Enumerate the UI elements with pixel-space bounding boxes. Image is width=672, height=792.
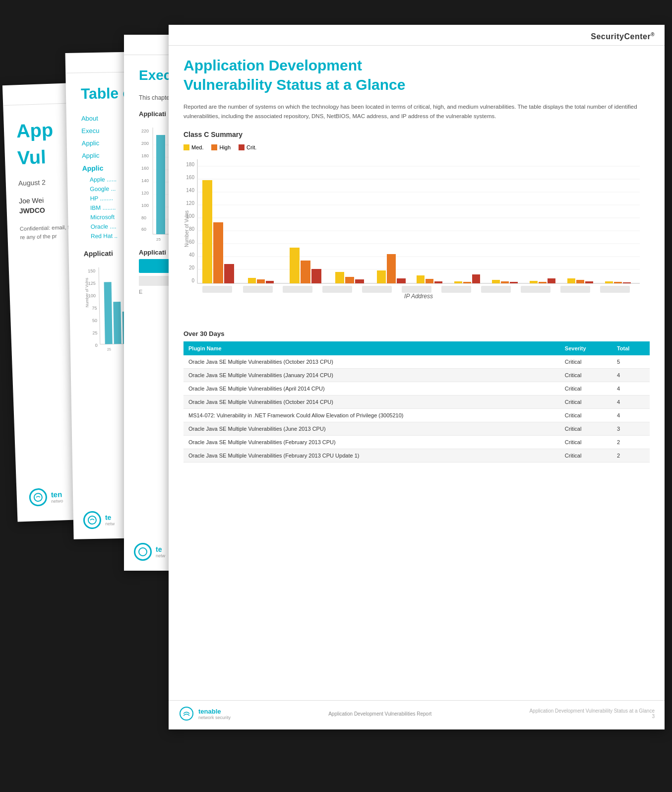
svg-rect-76 [311, 269, 321, 283]
svg-text:125: 125 [88, 281, 96, 286]
svg-rect-110 [560, 286, 590, 293]
plugin-name-8: Oracle Java SE Multiple Vulnerabilities … [183, 449, 560, 462]
svg-rect-75 [301, 261, 310, 283]
svg-rect-103 [283, 286, 312, 293]
plugin-name-2: Oracle Java SE Multiple Vulnerabilities … [183, 369, 560, 382]
svg-rect-97 [585, 281, 593, 283]
severity-2: Critical [560, 369, 612, 382]
svg-rect-101 [202, 286, 232, 293]
svg-text:220: 220 [141, 129, 149, 133]
tenable-label-p1: ten netwo [51, 490, 63, 504]
svg-text:160: 160 [186, 175, 194, 180]
svg-rect-84 [426, 279, 433, 283]
svg-text:150: 150 [88, 268, 95, 273]
svg-text:200: 200 [141, 141, 149, 146]
col-severity: Severity [560, 341, 612, 355]
svg-rect-94 [548, 278, 555, 283]
legend-box-high [211, 144, 217, 150]
table-row: Oracle Java SE Multiple Vulnerabilities … [183, 382, 650, 396]
table-row: Oracle Java SE Multiple Vulnerabilities … [183, 369, 650, 382]
svg-rect-100 [623, 282, 631, 283]
svg-line-8 [99, 267, 100, 344]
svg-rect-79 [355, 279, 364, 283]
footer-page-section: Application Development Vulnerability St… [529, 708, 655, 714]
main-description: Reported are the number of systems on wh… [183, 102, 650, 121]
severity-1: Critical [560, 355, 612, 369]
legend-high: High [211, 144, 231, 150]
svg-rect-111 [600, 286, 630, 293]
total-8: 2 [612, 449, 650, 462]
table-header: Plugin Name Severity Total [183, 341, 650, 355]
total-3: 4 [612, 382, 650, 396]
svg-text:0: 0 [191, 278, 194, 283]
plugin-name-6: Oracle Java SE Multiple Vulnerabilities … [183, 422, 560, 436]
sc-logo-p4: SecurityCenter® [591, 32, 655, 41]
svg-rect-104 [322, 286, 352, 293]
svg-rect-91 [510, 282, 518, 283]
tenable-footer-icon [179, 706, 194, 722]
tenable-label-p2: te netw [105, 513, 115, 526]
total-7: 2 [612, 436, 650, 449]
legend-label-crit: Crit. [246, 144, 256, 150]
svg-text:140: 140 [141, 178, 149, 183]
table-row: Oracle Java SE Multiple Vulnerabilities … [183, 396, 650, 409]
footer-page-num: 3 [529, 714, 655, 719]
svg-text:160: 160 [141, 166, 149, 171]
legend-box-med [183, 144, 189, 150]
main-page-title: Application DevelopmentVulnerability Sta… [183, 56, 650, 94]
footer-tenable-text: tenable network security [198, 708, 231, 720]
svg-rect-105 [362, 286, 392, 293]
main-content: Application DevelopmentVulnerability Sta… [169, 46, 665, 472]
table-row: Oracle Java SE Multiple Vulnerabilities … [183, 355, 650, 369]
svg-rect-72 [257, 279, 265, 283]
legend-label-med: Med. [191, 144, 203, 150]
footer-report-name: Application Development Vulnerabilities … [328, 711, 431, 717]
svg-text:100: 100 [141, 203, 149, 208]
svg-point-45 [139, 548, 147, 556]
table-body: Oracle Java SE Multiple Vulnerabilities … [183, 355, 650, 462]
svg-rect-86 [454, 281, 462, 283]
page-footer: tenable network security Application Dev… [169, 700, 665, 722]
page-stack: SecurityCenter App Vul August 2 Joe Wei … [10, 20, 655, 774]
svg-text:Number of Vulns: Number of Vulns [84, 278, 89, 307]
svg-rect-73 [266, 281, 274, 283]
legend-crit: Crit. [239, 144, 256, 150]
legend-med: Med. [183, 144, 203, 150]
svg-rect-82 [397, 278, 406, 283]
toc-footer-logo: te netw [83, 511, 115, 529]
svg-rect-89 [492, 280, 500, 283]
footer-logo: tenable network security [179, 706, 231, 722]
svg-text:100: 100 [88, 293, 96, 298]
svg-text:25: 25 [107, 347, 111, 351]
svg-rect-78 [345, 277, 354, 283]
svg-text:25: 25 [92, 330, 97, 335]
svg-rect-70 [224, 264, 234, 283]
svg-text:Number of Vulns: Number of Vulns [184, 210, 189, 247]
plugin-name-3: Oracle Java SE Multiple Vulnerabilities … [183, 382, 560, 396]
svg-rect-106 [402, 286, 431, 293]
table-row: MS14-072: Vulnerability in .NET Framewor… [183, 409, 650, 422]
svg-point-0 [34, 493, 43, 502]
legend-label-high: High [219, 144, 231, 150]
svg-text:50: 50 [92, 318, 97, 323]
plugin-name-5: MS14-072: Vulnerability in .NET Framewor… [183, 409, 560, 422]
svg-rect-71 [248, 278, 256, 283]
svg-text:IP Address: IP Address [404, 293, 433, 298]
svg-rect-102 [243, 286, 273, 293]
svg-rect-69 [213, 222, 223, 283]
main-vuln-page: SecurityCenter® Application DevelopmentV… [169, 25, 665, 729]
svg-rect-88 [472, 274, 480, 283]
svg-rect-83 [417, 275, 425, 283]
svg-text:60: 60 [141, 227, 146, 232]
svg-text:60: 60 [189, 239, 195, 245]
total-4: 4 [612, 396, 650, 409]
svg-text:0: 0 [95, 343, 98, 348]
svg-rect-96 [576, 280, 584, 283]
exec-footer-logo: te netw [134, 543, 165, 561]
vulnerability-table: Plugin Name Severity Total Oracle Java S… [183, 341, 650, 462]
svg-rect-98 [605, 281, 613, 283]
severity-7: Critical [560, 436, 612, 449]
svg-rect-99 [614, 282, 622, 283]
svg-rect-68 [202, 180, 212, 283]
bar-chart-container: 0 20 40 60 80 100 120 140 160 180 Number… [183, 154, 650, 300]
